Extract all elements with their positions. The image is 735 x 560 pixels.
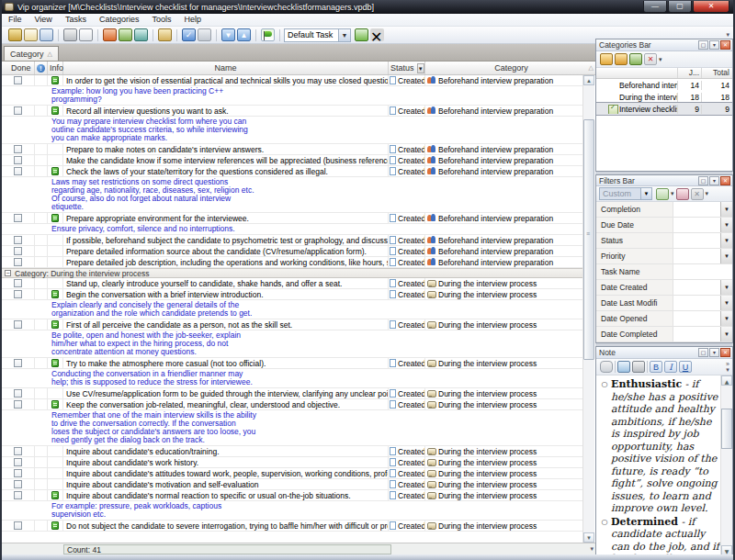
task-note-row[interactable]: Remember that one of the main interview …	[2, 410, 582, 446]
done-checkbox[interactable]	[14, 320, 22, 329]
print-icon[interactable]	[632, 361, 645, 373]
minimize-button[interactable]: —	[643, 1, 667, 13]
task-note-row[interactable]: Explain clearly and concisely the genera…	[2, 300, 582, 319]
filter-value-field[interactable]	[673, 233, 720, 248]
delete-icon[interactable]: ✕	[370, 28, 384, 41]
done-checkbox[interactable]	[14, 214, 22, 222]
underline-icon[interactable]: U	[679, 361, 692, 373]
collapse-icon[interactable]: −	[5, 270, 11, 276]
task-row[interactable]: Use CV/resume/application form to be gui…	[2, 388, 582, 399]
menu-item-file[interactable]: File	[2, 14, 28, 26]
save-icon[interactable]	[40, 28, 53, 41]
task-note-row[interactable]: Laws may set restrictions on some direct…	[2, 177, 582, 213]
task-row[interactable]: Keep the conversation job-related, meani…	[2, 399, 582, 410]
done-checkbox[interactable]	[14, 400, 22, 409]
task-note-row[interactable]: Conducting the conversation in a friendl…	[2, 369, 582, 388]
category-row[interactable]: During the interview pro 18 18	[596, 91, 732, 103]
done-checkbox[interactable]	[14, 247, 22, 255]
clear-filter-icon[interactable]: ✕	[691, 188, 704, 200]
filter-dropdown-icon[interactable]: ▼	[720, 280, 732, 295]
category-row[interactable]: Beforehand interview pr 14 14	[596, 79, 732, 91]
task-row[interactable]: Inquire about candidate's motivation and…	[2, 479, 582, 490]
print-icon[interactable]	[63, 28, 77, 41]
add-task-icon[interactable]	[103, 28, 117, 41]
menu-item-categories[interactable]: Categories	[93, 14, 146, 26]
task-row[interactable]: In order to get the vision of essential …	[2, 75, 582, 86]
maximize-button[interactable]: ▢	[668, 1, 692, 13]
task-note-row[interactable]: Example: how long you have been practici…	[2, 86, 582, 106]
toolbar-overflow-icon[interactable]: ▾	[659, 56, 662, 63]
done-checkbox[interactable]	[14, 469, 22, 477]
footer-menu-icon[interactable]: ▾	[590, 545, 594, 553]
table-scrollbar[interactable]: ▲ ▼	[582, 75, 594, 543]
done-checkbox[interactable]	[14, 279, 22, 287]
filter-dropdown-icon[interactable]: ▼	[720, 202, 732, 217]
assign-icon[interactable]	[355, 28, 368, 41]
task-row[interactable]: If possible, beforehand subject the cand…	[2, 235, 582, 246]
column-done[interactable]: Done	[2, 62, 35, 74]
pin-icon[interactable]: ▾	[709, 348, 719, 357]
done-checkbox[interactable]	[14, 167, 22, 175]
column-priority[interactable]: !	[35, 62, 48, 74]
tab-category[interactable]: Category △	[4, 46, 59, 61]
done-checkbox[interactable]	[14, 447, 22, 455]
chevron-down-icon[interactable]: ▼	[640, 188, 651, 199]
column-category[interactable]: Category △	[425, 62, 597, 74]
done-checkbox[interactable]	[14, 76, 22, 84]
scrollbar-thumb[interactable]	[721, 409, 732, 449]
filter-dropdown-icon[interactable]: ▼	[720, 327, 732, 342]
close-icon[interactable]: ✕	[720, 348, 730, 357]
delete-category-icon[interactable]: ✕	[644, 53, 657, 65]
menu-item-help[interactable]: Help	[177, 14, 208, 26]
restore-icon[interactable]: ▢	[698, 176, 708, 185]
column-total[interactable]: Total	[701, 68, 732, 78]
scrollbar-thumb[interactable]	[583, 119, 594, 360]
done-checkbox[interactable]	[14, 156, 22, 164]
format-icon[interactable]	[134, 28, 148, 41]
scroll-up-icon[interactable]: ▲	[721, 375, 732, 386]
done-checkbox[interactable]	[14, 521, 22, 530]
task-row[interactable]: Inquire about candidate's education/trai…	[2, 446, 582, 457]
filter-dropdown-icon[interactable]: ▼	[720, 218, 732, 232]
notes-icon[interactable]	[158, 28, 172, 41]
filter-dropdown-icon[interactable]: ▼	[720, 249, 732, 263]
toolbar-overflow-icon[interactable]: ▾	[726, 31, 729, 39]
task-type-combo[interactable]: Default Task▼	[284, 28, 351, 42]
restore-icon[interactable]: ▢	[698, 348, 708, 357]
bold-icon[interactable]: B	[650, 361, 662, 373]
attach-icon[interactable]	[600, 361, 613, 373]
scroll-up-icon[interactable]: ▲	[583, 75, 594, 85]
filter-value-field[interactable]	[673, 264, 720, 279]
filter-dropdown-icon[interactable]: ▼	[720, 311, 732, 326]
task-row[interactable]: Inquire about candidate's attitudes towa…	[2, 468, 582, 479]
task-row[interactable]: Inquire about candidate's work history. …	[2, 457, 582, 468]
done-checkbox[interactable]	[14, 145, 22, 153]
close-button[interactable]: ✕	[693, 1, 729, 13]
pin-icon[interactable]: ▾	[709, 40, 719, 50]
menu-item-view[interactable]: View	[28, 14, 59, 26]
filter-dropdown-icon[interactable]: ▼	[720, 233, 732, 248]
column-info[interactable]: Info	[48, 62, 63, 74]
status-filter-button[interactable]: ▼	[417, 63, 424, 73]
done-checkbox[interactable]	[14, 236, 22, 244]
chevron-down-icon[interactable]: ▼	[338, 29, 350, 41]
task-row[interactable]: Stand up, clearly introduce yourself to …	[2, 278, 582, 289]
task-row[interactable]: Record all interview questions you want …	[2, 106, 582, 117]
column-j[interactable]: J...	[677, 68, 701, 78]
note-scrollbar[interactable]: ▲ ▼	[720, 375, 732, 555]
close-icon[interactable]: ✕	[720, 176, 730, 185]
filter-value-field[interactable]	[673, 249, 720, 263]
task-row[interactable]: Do not subject the candidate to severe i…	[2, 521, 582, 532]
done-checkbox[interactable]	[14, 480, 22, 488]
done-checkbox[interactable]	[14, 389, 22, 398]
edit-category-icon[interactable]	[629, 53, 642, 65]
filter-value-field[interactable]	[673, 311, 720, 326]
move-up-icon[interactable]: ▲	[237, 28, 251, 41]
done-checkbox[interactable]	[14, 359, 22, 367]
eraser-icon[interactable]	[676, 188, 689, 200]
funnel-icon[interactable]	[656, 188, 669, 200]
done-checkbox[interactable]	[14, 491, 22, 499]
pin-icon[interactable]: ▾	[709, 176, 719, 185]
close-icon[interactable]: ✕	[720, 40, 730, 50]
filter-dropdown-icon[interactable]: ▼	[720, 296, 732, 310]
